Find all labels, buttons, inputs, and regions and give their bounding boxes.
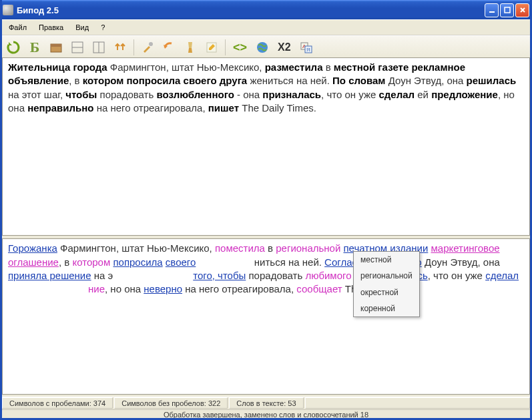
context-menu-item[interactable]: региональной: [354, 268, 419, 284]
text: в: [323, 61, 334, 73]
synonym-link[interactable]: своего: [166, 256, 196, 268]
text: Доун Этвуд, она: [385, 75, 466, 86]
text: порадовать: [97, 89, 156, 100]
angle-brackets-button[interactable]: <>: [230, 38, 250, 57]
maximize-button[interactable]: [500, 3, 514, 17]
toolbar: Б <> X2 AЯ: [0, 35, 532, 59]
synonym-link[interactable]: приняла решение: [8, 270, 91, 281]
translate-button[interactable]: AЯ: [297, 38, 316, 57]
text-strong: чтобы: [65, 89, 97, 100]
svg-point-10: [257, 42, 268, 53]
text: The Daily Times.: [239, 102, 316, 114]
text-strong: Жительница города: [8, 61, 107, 73]
synonym-context-menu: местной региональной окрестной коренной: [353, 251, 420, 317]
svg-text:Я: Я: [306, 47, 310, 53]
tools-button[interactable]: [138, 38, 157, 57]
titlebar: Бипод 2.5: [0, 0, 532, 19]
toolbar-separator: [225, 39, 226, 55]
text-strong: сделал: [378, 89, 415, 100]
synonym-link[interactable]: попросила: [113, 256, 162, 268]
synonym-link[interactable]: Горожанка: [8, 242, 57, 254]
menu-edit[interactable]: Правка: [34, 22, 68, 33]
text-strong: разместила: [265, 61, 323, 73]
bold-b-button[interactable]: Б: [25, 38, 44, 57]
text: ниться на ней.: [196, 256, 324, 268]
synonym-word[interactable]: котором: [72, 256, 110, 268]
statusbar-process: Обработка завершена, заменено слов и сло…: [2, 409, 530, 420]
statusbar: Символов с пробелами: 374 Символов без п…: [2, 397, 530, 409]
text-strong: призналась: [262, 89, 321, 100]
synonym-word[interactable]: сообщает: [296, 283, 342, 294]
synonym-word[interactable]: поместила: [215, 242, 265, 254]
text-strong: решилась: [467, 75, 517, 86]
text: на него отреагировала,: [182, 283, 296, 294]
source-text-pane[interactable]: Жительница города Фармингтон, штат Нью-М…: [2, 57, 530, 236]
result-text-pane[interactable]: Горожанка Фармингтон, штат Нью-Мексико, …: [2, 238, 530, 395]
split-horizontal-button[interactable]: [68, 38, 87, 57]
text: - она: [234, 89, 262, 100]
text-strong: предложение: [431, 89, 498, 100]
menubar: Файл Правка Вид ?: [0, 19, 532, 35]
text: Фармингтон, штат Нью-Мексико,: [57, 242, 215, 254]
menu-help[interactable]: ?: [96, 22, 109, 33]
text-strong: По словам: [332, 75, 385, 86]
text: на э: [91, 270, 113, 281]
status-process-text: Обработка завершена, заменено слов и сло…: [164, 411, 368, 419]
status-chars-spaces: Символов с пробелами: 374: [2, 397, 113, 409]
close-button[interactable]: [515, 3, 529, 17]
text: порадовать: [246, 270, 305, 281]
edit-button[interactable]: [202, 38, 221, 57]
window-title: Бипод 2.5: [17, 5, 485, 15]
status-word-count: Слов в тексте: 53: [229, 397, 303, 409]
status-chars-nospaces: Символов без пробелов: 322: [114, 397, 228, 409]
text: , в: [69, 75, 82, 86]
synonym-word[interactable]: региональной: [276, 242, 340, 254]
text: на него отреагировала,: [94, 102, 208, 114]
text-strong: пишет: [208, 102, 239, 114]
synonym-word[interactable]: любимого: [305, 270, 351, 281]
context-menu-item[interactable]: местной: [354, 252, 419, 268]
text-strong: котором попросила своего друга: [83, 75, 247, 86]
text: на этот шаг,: [8, 89, 65, 100]
app-icon: [3, 5, 13, 15]
window-buttons: [485, 3, 529, 17]
x2-button[interactable]: X2: [274, 38, 294, 57]
text: , что он уже: [321, 89, 378, 100]
context-menu-item[interactable]: коренной: [354, 300, 419, 317]
text: жениться на ней.: [247, 75, 332, 86]
text: Доун Этвуд, она: [422, 256, 500, 268]
minimize-button[interactable]: [485, 3, 499, 17]
text: ей: [415, 89, 431, 100]
synonym-link[interactable]: того, чтобы: [193, 270, 246, 281]
text: , в: [59, 256, 72, 268]
synonym-word[interactable]: ние: [88, 283, 105, 294]
toolbar-separator: [134, 39, 134, 55]
undo-button[interactable]: [160, 38, 178, 57]
menu-file[interactable]: Файл: [4, 22, 31, 33]
refresh-button[interactable]: [4, 38, 23, 57]
text-strong: неправильно: [27, 102, 93, 114]
context-menu-item[interactable]: окрестной: [354, 284, 419, 300]
client-area: Жительница города Фармингтон, штат Нью-М…: [2, 57, 530, 395]
menu-view[interactable]: Вид: [71, 22, 93, 33]
arrows-up-button[interactable]: [111, 38, 129, 57]
synonym-link[interactable]: неверно: [144, 283, 182, 294]
box-button[interactable]: [47, 38, 65, 57]
text: в: [265, 242, 276, 254]
text: , что он уже: [428, 270, 485, 281]
status-filler: [305, 397, 530, 409]
text: Фармингтон, штат Нью-Мексико,: [107, 61, 265, 73]
text: , но она: [105, 283, 144, 294]
svg-rect-0: [489, 11, 495, 13]
text-strong: возлюбленного: [156, 89, 234, 100]
split-vertical-button[interactable]: [89, 38, 108, 57]
globe-button[interactable]: [253, 38, 272, 57]
svg-rect-1: [505, 7, 510, 13]
brush-button[interactable]: [181, 38, 200, 57]
svg-point-8: [149, 42, 153, 46]
synonym-link[interactable]: сделал: [485, 270, 519, 281]
svg-rect-3: [51, 44, 61, 47]
